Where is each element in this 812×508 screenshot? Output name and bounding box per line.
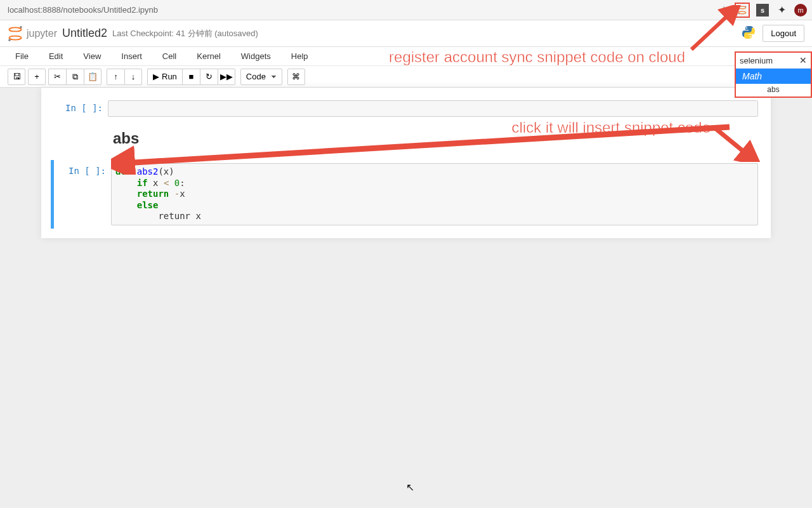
code-input-area[interactable]: def abs2(x) if x < 0: return -x else ret… bbox=[111, 163, 758, 225]
jupyter-header: jupyter Untitled2 Last Checkpoint: 41 分钟… bbox=[0, 20, 812, 47]
cut-button[interactable]: ✂ bbox=[48, 69, 66, 85]
snippet-item-abs[interactable]: abs bbox=[736, 84, 811, 97]
extension-jupyter-icon[interactable] bbox=[735, 3, 750, 18]
cell-prompt: In [ ]: bbox=[54, 163, 111, 225]
run-button[interactable]: ▶︎ Run bbox=[147, 69, 182, 85]
svg-point-8 bbox=[746, 27, 747, 29]
svg-point-1 bbox=[738, 11, 745, 14]
menu-insert[interactable]: Insert bbox=[111, 51, 152, 61]
notebook-container: In [ ]: . abs In [ ]: def abs2(x) if x <… bbox=[41, 88, 771, 238]
move-down-button[interactable]: ↓ bbox=[124, 69, 142, 85]
snippet-panel: selenium ✕ Math abs bbox=[735, 51, 812, 98]
extension-s-icon[interactable]: s bbox=[756, 4, 769, 17]
menu-cell[interactable]: Cell bbox=[152, 51, 187, 61]
paste-button[interactable]: 📋 bbox=[84, 69, 102, 85]
markdown-cell[interactable]: . abs bbox=[51, 126, 761, 160]
toolbar: 🖫 + ✂ ⧉ 📋 ↑ ↓ ▶︎ Run ■ ↻ ▶▶ Code ⌘ bbox=[0, 66, 812, 88]
python-logo-icon bbox=[741, 25, 756, 42]
restart-run-all-button[interactable]: ▶▶ bbox=[218, 69, 235, 85]
copy-button[interactable]: ⧉ bbox=[66, 69, 84, 85]
menu-file[interactable]: File bbox=[5, 51, 39, 61]
jupyter-logo-text: jupyter bbox=[27, 28, 57, 39]
svg-point-9 bbox=[750, 36, 751, 37]
snippet-title: selenium bbox=[740, 56, 773, 65]
menu-help[interactable]: Help bbox=[281, 51, 318, 61]
interrupt-button[interactable]: ■ bbox=[182, 69, 200, 85]
url-input[interactable] bbox=[5, 3, 713, 18]
svg-point-0 bbox=[738, 6, 745, 9]
snippet-category[interactable]: Math bbox=[736, 69, 811, 84]
menubar: File Edit View Insert Cell Kernel Widget… bbox=[0, 47, 812, 66]
code-cell-empty[interactable]: In [ ]: bbox=[51, 97, 761, 120]
svg-point-6 bbox=[20, 26, 22, 29]
command-palette-button[interactable]: ⌘ bbox=[287, 69, 305, 85]
restart-button[interactable]: ↻ bbox=[200, 69, 218, 85]
svg-point-5 bbox=[9, 36, 21, 39]
extensions-puzzle-icon[interactable]: ✦ bbox=[775, 4, 788, 17]
profile-avatar-icon[interactable]: m bbox=[794, 4, 807, 17]
bookmark-star-icon[interactable]: ☆ bbox=[719, 4, 728, 16]
move-up-button[interactable]: ↑ bbox=[107, 69, 124, 85]
mouse-cursor-icon: ↖ bbox=[406, 481, 414, 493]
page-content: jupyter Untitled2 Last Checkpoint: 41 分钟… bbox=[0, 20, 812, 508]
add-cell-button[interactable]: + bbox=[28, 69, 46, 85]
markdown-rendered: abs bbox=[108, 130, 758, 157]
svg-point-7 bbox=[8, 39, 11, 41]
svg-point-2 bbox=[745, 6, 746, 7]
menu-kernel[interactable]: Kernel bbox=[187, 51, 231, 61]
menu-view[interactable]: View bbox=[73, 51, 111, 61]
cell-prompt: In [ ]: bbox=[51, 100, 108, 117]
notebook-name[interactable]: Untitled2 bbox=[62, 27, 107, 40]
logout-button[interactable]: Logout bbox=[763, 25, 804, 42]
checkpoint-text: Last Checkpoint: 41 分钟前 (autosaved) bbox=[112, 28, 258, 39]
save-button[interactable]: 🖫 bbox=[8, 69, 25, 85]
menu-edit[interactable]: Edit bbox=[39, 51, 73, 61]
markdown-heading: abs bbox=[113, 130, 753, 147]
jupyter-logo[interactable]: jupyter bbox=[8, 24, 57, 43]
browser-address-bar: ☆ s ✦ m bbox=[0, 0, 812, 20]
snippet-close-icon[interactable]: ✕ bbox=[799, 55, 807, 65]
svg-point-4 bbox=[9, 27, 21, 31]
code-input-area[interactable] bbox=[108, 100, 758, 117]
cell-type-select[interactable]: Code bbox=[240, 69, 282, 85]
code-cell-abs2[interactable]: In [ ]: def abs2(x) if x < 0: return -x … bbox=[51, 160, 761, 229]
svg-point-3 bbox=[738, 13, 740, 14]
menu-widgets[interactable]: Widgets bbox=[231, 51, 281, 61]
